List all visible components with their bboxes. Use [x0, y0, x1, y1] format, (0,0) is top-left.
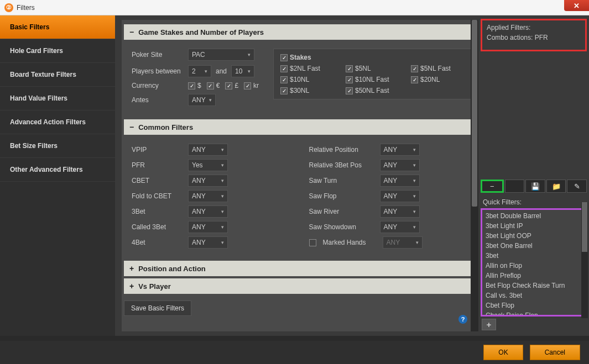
- sidebar-tab-other[interactable]: Other Advanced Filters: [0, 158, 115, 182]
- stakes-checkbox[interactable]: [411, 65, 418, 72]
- quick-filter-item[interactable]: Call vs. 3bet: [486, 291, 582, 300]
- section-vsplayer-title: Vs Player: [138, 282, 171, 291]
- quick-filter-item[interactable]: Allin Preflop: [486, 271, 582, 281]
- section-vsplayer-header[interactable]: + Vs Player: [124, 278, 472, 294]
- poker-site-select[interactable]: PAC: [188, 49, 254, 61]
- save-quick-button[interactable]: 💾: [525, 180, 545, 193]
- stakes-item[interactable]: $50NL Fast: [346, 87, 406, 94]
- stakes-item[interactable]: $30NL: [280, 87, 341, 94]
- stakes-all-checkbox[interactable]: [280, 54, 288, 61]
- quick-filter-item[interactable]: 3bet One Barrel: [486, 241, 582, 251]
- sidebar-tab-betsize[interactable]: Bet Size Filters: [0, 134, 115, 158]
- quick-filter-item[interactable]: 3bet Light IP: [486, 221, 582, 231]
- quick-scrollbar[interactable]: [581, 202, 588, 318]
- 4bet-select[interactable]: ANY: [188, 236, 228, 249]
- load-quick-button[interactable]: 📁: [546, 180, 566, 193]
- sidebar-tab-basic[interactable]: Basic Filters: [0, 15, 115, 39]
- stakes-checkbox[interactable]: [280, 87, 288, 94]
- showdown-select[interactable]: ANY: [380, 221, 420, 233]
- stakes-item[interactable]: $5NL: [346, 65, 406, 72]
- currency-kr-checkbox[interactable]: [244, 82, 251, 89]
- quick-filters-list: 3bet Double Barrel 3bet Light IP 3bet Li…: [481, 208, 587, 316]
- expand-icon: +: [129, 264, 134, 273]
- quick-filter-item[interactable]: 3bet Double Barrel: [486, 211, 582, 221]
- players-max-select[interactable]: 10: [231, 65, 254, 77]
- section-common-title: Common Filters: [138, 123, 193, 131]
- sidebar-tab-advanced[interactable]: Advanced Action Filters: [0, 110, 115, 134]
- center-scrollbar[interactable]: [471, 20, 478, 331]
- antes-label: Antes: [132, 96, 184, 104]
- marked-checkbox[interactable]: [309, 239, 316, 246]
- called-3bet-select[interactable]: ANY: [188, 221, 228, 233]
- currency-eur-checkbox[interactable]: [207, 82, 214, 89]
- marked-select[interactable]: ANY: [383, 236, 423, 249]
- quick-filter-item[interactable]: 3bet Light OOP: [486, 231, 582, 241]
- stakes-checkbox[interactable]: [346, 87, 353, 94]
- section-stakes-title: Game Stakes and Number of Players: [138, 28, 264, 36]
- stakes-checkbox[interactable]: [346, 65, 353, 72]
- players-min-select[interactable]: 2: [188, 65, 211, 77]
- relpos-select[interactable]: ANY: [380, 144, 420, 156]
- 3bet-select[interactable]: ANY: [188, 205, 228, 218]
- sidebar: Basic Filters Hole Card Filters Board Te…: [0, 15, 115, 336]
- section-stakes-body: Poker Site PAC Players between 2 and 10 …: [124, 42, 472, 117]
- center-panel: − Game Stakes and Number of Players Poke…: [122, 20, 474, 331]
- cbet-select[interactable]: ANY: [188, 175, 228, 187]
- quick-filter-item[interactable]: Check Raise Flop: [486, 310, 582, 316]
- applied-filters-header: Applied Filters:: [487, 24, 581, 31]
- poker-site-label: Poker Site: [132, 51, 184, 59]
- sawriver-select[interactable]: ANY: [380, 205, 420, 218]
- stakes-item[interactable]: $10NL Fast: [346, 76, 406, 83]
- quick-filter-item[interactable]: Allin on Flop: [486, 261, 582, 271]
- section-stakes-header[interactable]: − Game Stakes and Number of Players: [124, 24, 472, 40]
- stakes-item[interactable]: $2NL Fast: [280, 65, 341, 72]
- sidebar-tab-board[interactable]: Board Texture Filters: [0, 63, 115, 87]
- stakes-checkbox[interactable]: [280, 76, 288, 83]
- sawturn-select[interactable]: ANY: [380, 175, 420, 187]
- stakes-checkbox[interactable]: [346, 76, 353, 83]
- spacer-button: [505, 180, 525, 193]
- collapse-icon: −: [129, 28, 134, 36]
- ok-button[interactable]: OK: [483, 345, 523, 360]
- currency-usd-checkbox[interactable]: [188, 82, 195, 89]
- stakes-checkbox[interactable]: [280, 65, 288, 72]
- help-icon[interactable]: ?: [458, 315, 467, 324]
- edit-quick-button[interactable]: ✎: [567, 180, 587, 193]
- add-quick-filter-button[interactable]: +: [482, 319, 496, 330]
- fold-cbet-select[interactable]: ANY: [188, 190, 228, 202]
- vpip-select[interactable]: ANY: [188, 144, 228, 156]
- collapse-icon: −: [129, 123, 134, 131]
- save-basic-filters-button[interactable]: Save Basic Filters: [124, 300, 191, 316]
- section-common-body: VPIPANY PFRYes CBETANY Fold to CBETANY 3…: [124, 137, 472, 259]
- pfr-select[interactable]: Yes: [188, 159, 228, 171]
- remove-filter-button[interactable]: −: [481, 180, 504, 193]
- currency-label: Currency: [132, 82, 184, 89]
- currency-gbp-checkbox[interactable]: [225, 82, 232, 89]
- close-button[interactable]: ✕: [564, 0, 589, 11]
- applied-filters-text: Combo actions: PFR: [487, 34, 581, 41]
- players-and: and: [216, 67, 227, 75]
- right-panel: Applied Filters: Combo actions: PFR − 💾 …: [478, 15, 589, 336]
- quick-filters-header: Quick Filters:: [483, 198, 585, 206]
- app-icon: ②: [4, 3, 13, 12]
- sidebar-tab-holecard[interactable]: Hole Card Filters: [0, 39, 115, 63]
- sawflop-select[interactable]: ANY: [380, 190, 420, 202]
- rel3bet-select[interactable]: ANY: [380, 159, 420, 171]
- quick-filter-item[interactable]: 3bet: [486, 251, 582, 261]
- section-position-header[interactable]: + Position and Action: [124, 261, 472, 276]
- quick-toolbar: − 💾 📁 ✎: [481, 180, 587, 193]
- section-common-header[interactable]: − Common Filters: [124, 119, 472, 135]
- stakes-item[interactable]: $20NL: [411, 76, 472, 83]
- quick-filter-item[interactable]: Bet Flop Check Raise Turn: [486, 281, 582, 291]
- window-title: Filters: [17, 4, 35, 12]
- footer: OK Cancel: [0, 341, 589, 364]
- expand-icon: +: [129, 282, 134, 291]
- sidebar-tab-handvalue[interactable]: Hand Value Filters: [0, 87, 115, 110]
- stakes-checkbox[interactable]: [411, 76, 418, 83]
- antes-select[interactable]: ANY: [188, 94, 216, 106]
- applied-filters-box: Applied Filters: Combo actions: PFR: [481, 19, 587, 51]
- cancel-button[interactable]: Cancel: [530, 345, 580, 360]
- stakes-item[interactable]: $10NL: [280, 76, 341, 83]
- stakes-item[interactable]: $5NL Fast: [411, 65, 472, 72]
- quick-filter-item[interactable]: Cbet Flop: [486, 300, 582, 310]
